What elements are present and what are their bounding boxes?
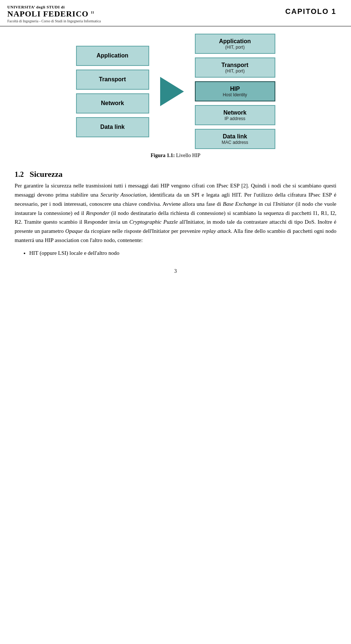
right-transport-sub: (HIT, port) xyxy=(225,68,245,74)
right-arrow-icon xyxy=(160,77,184,106)
left-box-network: Network xyxy=(76,93,149,113)
university-name-line2: NAPOLI FEDERICO II xyxy=(7,10,101,18)
page-number: 3 xyxy=(0,268,351,282)
list-item: HIT (oppure LSI) locale e dell'altro nod… xyxy=(29,249,336,258)
right-network-sub: IP address xyxy=(224,116,245,121)
left-box-transport: Transport xyxy=(76,70,149,90)
napoli-text: NAPOLI FEDERICO xyxy=(7,9,88,18)
diagram-arrow xyxy=(160,34,184,149)
left-box-datalink: Data link xyxy=(76,117,149,137)
university-subtitle: Facoltà di Ingegneria - Corso di Studi i… xyxy=(7,19,101,23)
page-header: UNIVERSITA’ degli STUDI di NAPOLI FEDERI… xyxy=(0,0,351,26)
hip-diagram: Application Transport Network Data link … xyxy=(0,26,351,149)
right-datalink-title: Data link xyxy=(223,133,247,140)
right-stack: Application (HIT, port) Transport (HIT, … xyxy=(195,34,275,149)
bullet-list: HIT (oppure LSI) locale e dell'altro nod… xyxy=(0,249,351,258)
university-name-line1: UNIVERSITA’ degli STUDI di xyxy=(7,4,101,10)
right-box-application: Application (HIT, port) xyxy=(195,34,275,54)
body-paragraph-1: Per garantire la sicurezza nelle trasmis… xyxy=(0,181,351,245)
section-number: 1.2 xyxy=(15,170,24,179)
figure-caption: Figura 1.1: Livello HIP xyxy=(0,153,351,159)
left-stack: Application Transport Network Data link xyxy=(76,46,149,137)
right-box-transport: Transport (HIT, port) xyxy=(195,57,275,78)
figure-text: Livello HIP xyxy=(176,153,201,158)
right-transport-title: Transport xyxy=(222,62,249,68)
left-box-application: Application xyxy=(76,46,149,66)
university-logo: UNIVERSITA’ degli STUDI di NAPOLI FEDERI… xyxy=(7,4,101,23)
right-box-datalink: Data link MAC address xyxy=(195,129,275,149)
right-datalink-sub: MAC address xyxy=(222,140,248,145)
figure-label: Figura 1.1: xyxy=(151,153,175,158)
right-box-network: Network IP address xyxy=(195,105,275,125)
right-box-hip: HIP Host Identity xyxy=(195,81,275,101)
right-app-sub: (HIT, port) xyxy=(225,45,245,50)
right-app-title: Application xyxy=(219,38,251,45)
section-heading: 1.2 Sicurezza xyxy=(0,166,351,181)
right-hip-sub: Host Identity xyxy=(223,92,247,97)
diagram-inner: Application Transport Network Data link … xyxy=(76,34,275,149)
right-network-title: Network xyxy=(223,109,246,116)
chapter-title: CAPITOLO 1 xyxy=(285,7,336,16)
right-hip-title: HIP xyxy=(230,85,240,92)
section-title: Sicurezza xyxy=(30,170,63,179)
